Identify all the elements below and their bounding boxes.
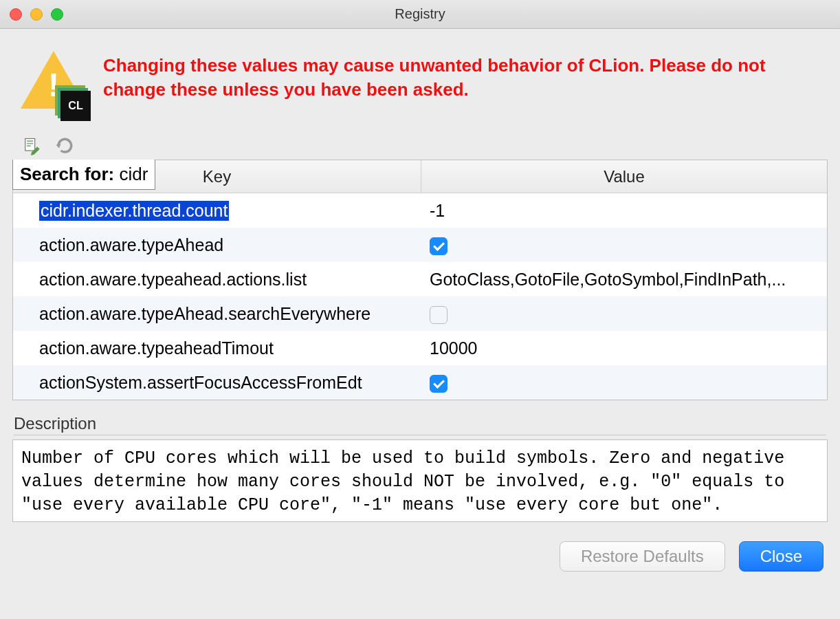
table-row[interactable]: action.aware.typeaheadTimout10000 — [13, 331, 827, 365]
checkbox[interactable] — [430, 306, 447, 324]
cell-value[interactable] — [421, 235, 827, 254]
warning-banner: CL Changing these values may cause unwan… — [0, 29, 840, 136]
edit-source-icon[interactable] — [22, 136, 41, 155]
clion-badge-icon: CL — [60, 91, 91, 121]
cell-key[interactable]: actionSystem.assertFocusAccessFromEdt — [13, 373, 421, 393]
table-row[interactable]: cidr.indexer.thread.count-1 — [13, 193, 827, 228]
table-search-overlay[interactable]: Search for: cidr — [12, 160, 155, 190]
warning-icon: CL — [21, 51, 92, 122]
cell-key[interactable]: action.aware.typeAhead — [13, 235, 421, 255]
column-header-value[interactable]: Value — [421, 160, 827, 193]
table-row[interactable]: action.aware.typeAhead — [13, 228, 827, 262]
warning-text: Changing these values may cause unwanted… — [103, 51, 821, 102]
restore-defaults-button[interactable]: Restore Defaults — [560, 541, 725, 572]
cell-value[interactable] — [421, 372, 827, 392]
cell-value[interactable]: 10000 — [421, 338, 827, 358]
cell-key[interactable]: action.aware.typeaheadTimout — [13, 338, 421, 358]
cell-value[interactable]: -1 — [421, 201, 827, 221]
table-row[interactable]: action.aware.typeahead.actions.listGotoC… — [13, 262, 827, 296]
search-value: cidr — [120, 164, 148, 184]
revert-icon[interactable] — [54, 136, 73, 155]
search-label: Search for: — [20, 164, 114, 184]
table-row[interactable]: actionSystem.assertFocusAccessFromEdt — [13, 365, 827, 400]
cell-key[interactable]: action.aware.typeahead.actions.list — [13, 270, 421, 290]
close-button[interactable]: Close — [739, 541, 824, 572]
cell-value[interactable] — [421, 303, 827, 323]
registry-table: Key Value cidr.indexer.thread.count-1act… — [12, 160, 828, 400]
cell-value[interactable]: GotoClass,GotoFile,GotoSymbol,FindInPath… — [421, 270, 827, 290]
description-text: Number of CPU cores which will be used t… — [12, 439, 828, 522]
description-label: Description — [14, 414, 826, 435]
cell-key[interactable]: cidr.indexer.thread.count — [13, 201, 421, 221]
table-row[interactable]: action.aware.typeAhead.searchEverywhere — [13, 296, 827, 331]
checkbox[interactable] — [430, 237, 447, 255]
titlebar: Registry — [0, 0, 840, 29]
window-title: Registry — [0, 6, 840, 22]
checkbox[interactable] — [430, 375, 447, 393]
cell-key[interactable]: action.aware.typeAhead.searchEverywhere — [13, 304, 421, 324]
